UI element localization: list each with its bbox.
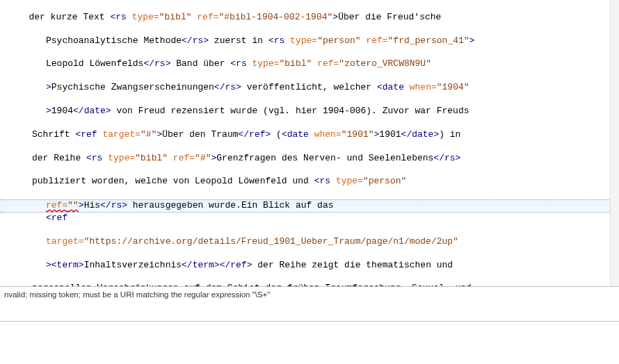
error-token: ref= (46, 200, 67, 210)
code-line-current: ref="">His</rs> herausgegeben wurde.Ein … (0, 199, 619, 213)
code-line: publiziert worden, welche von Leopold Lö… (13, 176, 616, 188)
code-line: Psychoanalytische Methode</rs> zuerst in… (13, 35, 616, 47)
code-line: target="https://archive.org/details/Freu… (13, 236, 616, 248)
code-line: Schrift <ref target="#">Über den Traum</… (13, 129, 616, 141)
validation-error-message: nvalid; missing token; must be a URI mat… (4, 290, 270, 299)
code-line: ><term>Inhaltsverzeichnis</term></ref> d… (13, 260, 616, 272)
code-line: >Psychische Zwangserscheinungen</rs> ver… (13, 82, 616, 94)
validation-error-panel: nvalid; missing token; must be a URI mat… (0, 286, 619, 308)
code-line: personellen Verschränkungen auf dem Gebi… (13, 283, 616, 286)
xml-editor[interactable]: der kurze Text <rs type="bibl" ref="#bib… (0, 0, 619, 286)
code-line: >1904</date> von Freud rezensiert wurde … (13, 106, 616, 117)
code-line: <ref (13, 213, 616, 224)
code-line: Leopold Löwenfelds</rs> Band über <rs ty… (13, 58, 616, 70)
scrollbar[interactable] (610, 0, 619, 286)
divider (0, 321, 619, 322)
code-line: der Reihe <rs type="bibl" ref="#">Grenzf… (13, 153, 616, 165)
code-line: der kurze Text <rs type="bibl" ref="#bib… (13, 12, 616, 24)
